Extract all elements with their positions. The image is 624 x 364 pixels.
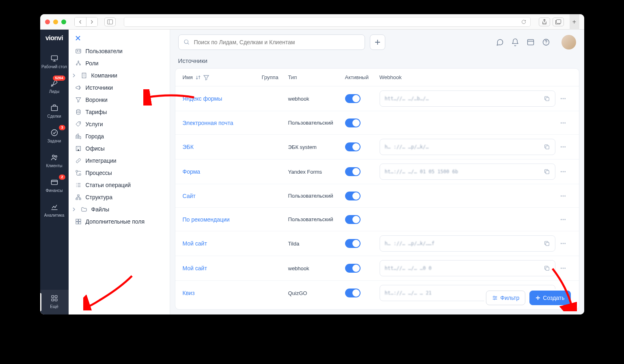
active-toggle[interactable]	[345, 264, 361, 273]
active-toggle[interactable]	[345, 142, 361, 151]
sidebar-item-cities[interactable]: Города	[69, 130, 170, 142]
layout-icon	[75, 218, 82, 225]
column-header-group[interactable]: Группа	[262, 74, 288, 80]
bell-icon[interactable]	[511, 38, 519, 46]
copy-icon[interactable]	[544, 144, 550, 150]
create-button[interactable]: Создать	[529, 291, 570, 305]
active-toggle[interactable]	[345, 94, 361, 103]
rail-item-clients[interactable]: Клиенты	[40, 149, 69, 174]
rail-item-tasks[interactable]: 3 Задачи	[40, 124, 69, 149]
source-name-link[interactable]: Квиз	[183, 290, 195, 296]
rail-item-leads[interactable]: 5264 Лиды	[40, 75, 69, 99]
tasks-badge: 3	[59, 125, 65, 130]
row-more-button[interactable]: ⋯	[560, 265, 566, 271]
user-avatar[interactable]	[561, 35, 576, 50]
new-tab-button[interactable]: +	[570, 14, 579, 30]
sidebar-item-funnels[interactable]: Воронки	[69, 94, 170, 106]
cell-active	[345, 142, 380, 151]
row-more-button[interactable]: ⋯	[560, 216, 566, 223]
row-more-button[interactable]: ⋯	[560, 193, 566, 199]
search-box[interactable]	[178, 34, 365, 50]
sidebar-item-label: Файлы	[91, 206, 109, 213]
source-name-link[interactable]: По рекомендации	[183, 216, 230, 223]
sidebar-item-roles[interactable]: Роли	[69, 57, 170, 69]
sidebar-item-processes[interactable]: Процессы	[69, 167, 170, 179]
rail-item-deals[interactable]: Сделки	[40, 99, 69, 124]
cell-type: Пользовательский	[288, 193, 345, 199]
source-name-link[interactable]: Мой сайт	[183, 240, 207, 247]
side-panel: Пользователи Роли Компании Источники Вор…	[69, 30, 170, 314]
sidebar-item-tariffs[interactable]: Тарифы	[69, 106, 170, 118]
sidebar-item-companies[interactable]: Компании	[69, 69, 170, 82]
active-toggle[interactable]	[345, 118, 361, 127]
source-name-link[interactable]: ЭБК	[183, 144, 194, 150]
add-button[interactable]	[370, 34, 385, 50]
filter-icon[interactable]	[203, 75, 209, 80]
sidebar-item-structure[interactable]: Структура	[69, 191, 170, 203]
row-more-button[interactable]: ⋯	[560, 95, 566, 102]
maximize-window-button[interactable]	[61, 19, 66, 24]
minimize-window-button[interactable]	[53, 19, 58, 24]
help-icon[interactable]	[542, 38, 550, 46]
share-button[interactable]	[539, 17, 550, 26]
back-button[interactable]	[75, 17, 86, 26]
sort-icon[interactable]	[195, 75, 201, 80]
window-icon[interactable]	[527, 38, 535, 46]
source-name-link[interactable]: Сайт	[183, 193, 196, 199]
sidebar-item-offices[interactable]: Офисы	[69, 142, 170, 155]
copy-icon[interactable]	[544, 265, 550, 271]
sidebar-item-custom-fields[interactable]: Дополнительные поля	[69, 215, 170, 228]
sidebar-item-files[interactable]: Файлы	[69, 203, 170, 215]
sidebar-item-label: Структура	[86, 194, 112, 200]
row-more-button[interactable]: ⋯	[560, 168, 566, 175]
copy-icon[interactable]	[544, 240, 550, 247]
rail-item-more[interactable]: Ещё	[40, 290, 69, 314]
svg-point-41	[495, 297, 496, 298]
briefcase-icon	[50, 103, 59, 112]
search-input[interactable]	[194, 39, 360, 45]
tabs-button[interactable]	[553, 17, 564, 26]
copy-icon[interactable]	[544, 168, 550, 175]
address-bar[interactable]	[124, 17, 531, 27]
row-more-button[interactable]: ⋯	[560, 120, 566, 126]
source-name-link[interactable]: Мой сайт	[183, 265, 207, 271]
forward-button[interactable]	[86, 17, 97, 26]
row-more-button[interactable]: ⋯	[560, 144, 566, 150]
rail-item-label: Финансы	[46, 188, 63, 193]
cell-webhook: htt…//… …/… …0 0	[380, 260, 555, 276]
sidebar-item-users[interactable]: Пользователи	[69, 45, 170, 57]
source-name-link[interactable]: Форма	[183, 168, 201, 175]
source-name-link[interactable]: Яндекс формы	[183, 95, 222, 102]
svg-rect-4	[51, 106, 57, 111]
chat-icon[interactable]	[496, 38, 504, 46]
rail-item-dashboard[interactable]: Рабочий стол	[40, 50, 69, 75]
active-toggle[interactable]	[345, 167, 361, 176]
row-more-button[interactable]: ⋯	[560, 240, 566, 247]
side-panel-close-button[interactable]	[69, 33, 170, 45]
sidebar-item-services[interactable]: Услуги	[69, 118, 170, 130]
filter-button-label: Фильтр	[500, 295, 519, 301]
svg-rect-13	[76, 49, 81, 53]
rail-item-analytics[interactable]: Аналитика	[40, 198, 69, 223]
active-toggle[interactable]	[345, 192, 361, 200]
sidebar-item-operation-articles[interactable]: Статьи операций	[69, 179, 170, 191]
copy-icon[interactable]	[544, 95, 550, 102]
flow-icon	[75, 170, 82, 176]
filter-button[interactable]: Фильтр	[486, 291, 525, 305]
column-header-active[interactable]: Активный	[345, 74, 380, 80]
active-toggle[interactable]	[345, 215, 361, 224]
sidebar-item-integrations[interactable]: Интеграции	[69, 155, 170, 167]
active-toggle[interactable]	[345, 289, 361, 297]
source-name-link[interactable]: Электронная почта	[183, 120, 233, 126]
column-header-webhook[interactable]: Webhook	[380, 74, 555, 80]
column-header-name[interactable]: Имя	[183, 74, 193, 80]
sidebar-item-sources[interactable]: Источники	[69, 82, 170, 94]
close-window-button[interactable]	[45, 19, 50, 24]
column-header-type[interactable]: Тип	[288, 74, 345, 80]
svg-rect-37	[546, 242, 549, 246]
rail-item-finance[interactable]: 2 Финансы	[40, 174, 69, 198]
sidebar-toggle-button[interactable]	[104, 17, 116, 26]
webhook-box: h… ://… …p/…k/……f	[380, 235, 555, 252]
table-row: СайтПользовательский⋯	[175, 184, 579, 208]
active-toggle[interactable]	[345, 239, 361, 248]
